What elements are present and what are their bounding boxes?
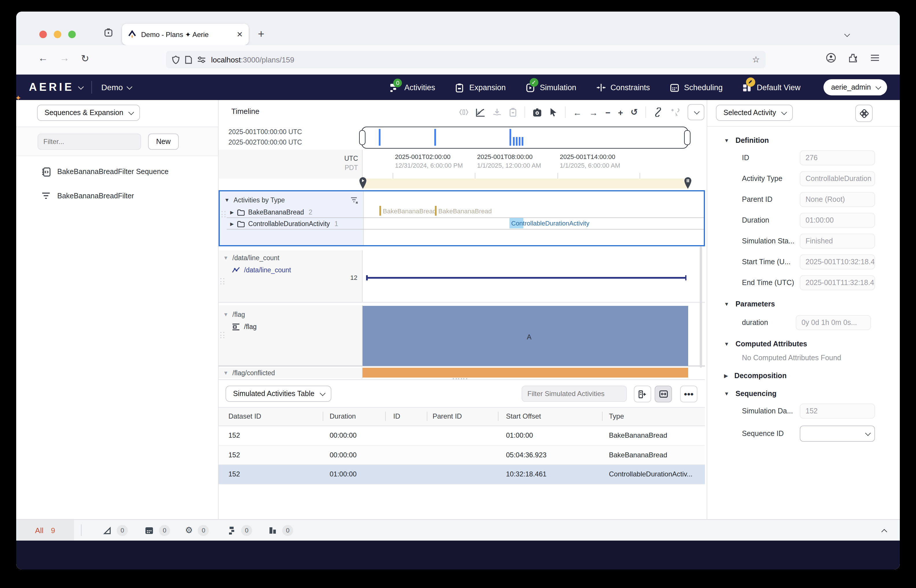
field-value[interactable]: 2025-001T11:32:18.4 — [800, 275, 875, 290]
flag-span-A[interactable] — [363, 306, 688, 366]
status-activities[interactable]: 0 — [268, 520, 293, 541]
simulation-horizon-band[interactable] — [363, 179, 688, 189]
table-header[interactable]: Dataset ID Duration ID Parent ID Start O… — [218, 407, 705, 426]
tab-container-icon[interactable] — [103, 28, 113, 37]
timeline-vscrollbar[interactable] — [700, 246, 702, 368]
collapse-caret-icon[interactable]: ▼ — [223, 370, 228, 376]
nav-constraints[interactable]: Constraints — [596, 82, 650, 92]
sequence-filter-input[interactable] — [37, 133, 141, 149]
status-simulation[interactable]: ⚙ 0 — [185, 520, 209, 541]
row-filter-icon[interactable] — [351, 196, 359, 204]
plan-selector[interactable]: Demo — [101, 83, 131, 92]
timeline-minimap[interactable] — [362, 127, 688, 149]
section-parameters[interactable]: ▼Parameters — [707, 300, 900, 308]
url-text[interactable]: localhost:3000/plans/159 — [211, 55, 747, 64]
reload-button[interactable]: ↻ — [81, 53, 89, 65]
nav-expansion[interactable]: Expansion — [455, 82, 506, 92]
table-view-select[interactable]: Simulated Activities Table — [226, 386, 331, 402]
forward-button[interactable]: → — [60, 53, 69, 65]
col-start-offset[interactable]: Start Offset — [506, 412, 541, 420]
clipboard-tool-icon[interactable] — [509, 108, 517, 117]
table-row[interactable]: 152 00:00:00 05:04:36.923 BakeBananaBrea… — [218, 446, 705, 465]
extensions-puzzle-icon[interactable] — [848, 53, 858, 63]
account-icon[interactable] — [826, 53, 836, 63]
row-group-flag[interactable]: ▼ /flag /flag A — [218, 305, 705, 367]
panel-grid-icon[interactable] — [855, 105, 872, 122]
autofit-columns-icon[interactable] — [634, 386, 651, 402]
activity-bar-bakebananabread[interactable] — [380, 206, 381, 216]
tree-row-bakebananabread[interactable]: ▶ BakeBananaBread 2 — [220, 207, 363, 218]
collapse-caret-icon[interactable]: ▼ — [225, 197, 229, 203]
fit-width-icon[interactable] — [654, 386, 672, 402]
reset-view-icon[interactable]: ↺ — [631, 107, 638, 117]
col-dataset-id[interactable]: Dataset ID — [228, 412, 261, 420]
user-role-select[interactable]: aerie_admin — [824, 79, 887, 95]
window-controls[interactable] — [39, 31, 76, 38]
minimize-window-button[interactable] — [54, 31, 61, 38]
unlink-cursor-icon[interactable] — [670, 108, 680, 117]
details-view-select[interactable]: Selected Activity — [716, 105, 793, 121]
timeline-more-chevron[interactable] — [688, 104, 704, 120]
new-sequence-button[interactable]: New — [148, 133, 179, 149]
expand-caret-icon[interactable]: ▶ — [230, 221, 234, 226]
status-constraints[interactable]: 0 — [103, 520, 128, 541]
section-sequencing[interactable]: ▼Sequencing — [707, 390, 900, 398]
status-scheduling[interactable]: 0 — [145, 520, 170, 541]
link-cursor-icon[interactable] — [653, 108, 663, 117]
close-window-button[interactable] — [39, 31, 47, 38]
field-value[interactable]: 276 — [800, 150, 875, 165]
zoom-out-icon[interactable]: − — [606, 107, 611, 117]
pan-right-icon[interactable]: → — [589, 107, 598, 117]
permissions-icon[interactable] — [197, 56, 206, 63]
collapse-caret-icon[interactable]: ▼ — [223, 255, 228, 261]
minimap-right-handle[interactable] — [684, 130, 690, 145]
zoom-window-button[interactable] — [68, 31, 76, 38]
horizon-start-pin[interactable] — [359, 177, 367, 189]
field-value[interactable]: Finished — [800, 234, 875, 249]
col-parent-id[interactable]: Parent ID — [433, 412, 462, 420]
activity-bar-bakebananabread[interactable] — [435, 206, 436, 216]
new-tab-button[interactable]: + — [258, 28, 264, 40]
zoom-in-icon[interactable]: + — [618, 107, 623, 117]
minimap-left-handle[interactable] — [359, 130, 365, 145]
chart-edit-icon[interactable] — [476, 108, 485, 116]
row-group-flag-conflicted[interactable]: ▼ /flag/conflicted — [218, 368, 705, 378]
nav-activities[interactable]: 0 Activities — [390, 82, 435, 92]
screenshot-camera-icon[interactable] — [533, 108, 542, 116]
field-value[interactable]: 01:00:00 — [800, 213, 875, 228]
col-duration[interactable]: Duration — [330, 412, 356, 420]
menu-hamburger-icon[interactable] — [870, 54, 880, 62]
tab-close-icon[interactable]: ✕ — [236, 30, 243, 39]
row-group-line-count[interactable]: ▼ /data/line_count /data/line_count 12 — [218, 250, 705, 303]
nav-simulation[interactable]: ✓ Simulation — [525, 82, 576, 92]
nav-scheduling[interactable]: Scheduling — [670, 82, 723, 92]
status-expansion[interactable]: 0 — [227, 520, 252, 541]
bookmark-star-icon[interactable]: ☆ — [752, 54, 760, 65]
shield-icon[interactable] — [172, 55, 180, 64]
row-group-activities[interactable]: ▼ Activities by Type ▶ BakeBananaBread 2… — [218, 190, 705, 246]
browser-tab[interactable]: Demo - Plans ✦ Aerie ✕ — [122, 24, 249, 45]
section-computed-attributes[interactable]: ▼Computed Attributes — [707, 340, 900, 348]
field-value[interactable]: None (Root) — [800, 192, 875, 207]
col-id[interactable]: ID — [393, 412, 400, 420]
field-value[interactable]: 152 — [800, 404, 875, 418]
field-value[interactable]: ControllableDuration — [800, 171, 875, 186]
drag-handle[interactable] — [220, 278, 225, 284]
code-view-icon[interactable] — [459, 109, 469, 116]
console-expand-chevron[interactable] — [883, 525, 887, 535]
field-value[interactable]: 0y 0d 1h 0m 0s... — [796, 315, 871, 330]
expand-caret-icon[interactable]: ▶ — [230, 210, 234, 215]
section-decomposition[interactable]: ▶Decomposition — [707, 372, 900, 380]
status-all-tab[interactable]: All 9 — [16, 520, 74, 541]
sequence-id-select[interactable] — [800, 425, 875, 442]
list-item-filter[interactable]: BakeBananaBreadFilter — [16, 187, 218, 205]
nav-default-view[interactable]: Default View — [742, 82, 800, 92]
list-item-sequence[interactable]: BakeBananaBreadFilter Sequence — [16, 163, 218, 180]
layer-line-count[interactable]: /data/line_count — [218, 264, 362, 276]
cursor-select-icon[interactable] — [549, 108, 557, 117]
aerie-logo[interactable]: AERIE ✦ — [29, 81, 82, 94]
section-definition[interactable]: ▼Definition — [707, 136, 900, 145]
table-row-selected[interactable]: 152 01:00:00 10:32:18.461 ControllableDu… — [218, 465, 705, 484]
collapse-caret-icon[interactable]: ▼ — [223, 312, 228, 317]
table-filter-input[interactable] — [522, 386, 627, 402]
